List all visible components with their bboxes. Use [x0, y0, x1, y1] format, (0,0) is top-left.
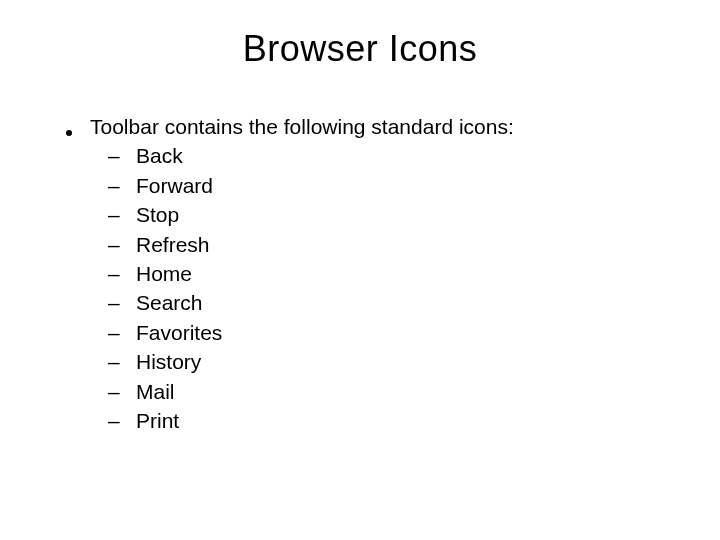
list-item-text: Mail — [136, 377, 175, 406]
list-item-text: History — [136, 347, 201, 376]
bullet-text: Toolbar contains the following standard … — [90, 112, 514, 141]
bullet-item: Toolbar contains the following standard … — [66, 112, 672, 141]
dash-marker: – — [108, 171, 136, 200]
bullet-marker — [66, 112, 90, 141]
list-item-text: Home — [136, 259, 192, 288]
list-item: – Mail — [108, 377, 672, 406]
dash-marker: – — [108, 347, 136, 376]
list-item: – Stop — [108, 200, 672, 229]
dash-marker: – — [108, 141, 136, 170]
list-item: – Home — [108, 259, 672, 288]
slide: Browser Icons Toolbar contains the follo… — [0, 0, 720, 540]
dash-marker: – — [108, 259, 136, 288]
list-item: – Favorites — [108, 318, 672, 347]
list-item-text: Favorites — [136, 318, 222, 347]
list-item-text: Stop — [136, 200, 179, 229]
slide-title: Browser Icons — [48, 28, 672, 70]
dash-marker: – — [108, 288, 136, 317]
dash-marker: – — [108, 318, 136, 347]
dash-marker: – — [108, 406, 136, 435]
list-item-text: Search — [136, 288, 203, 317]
list-item: – Back — [108, 141, 672, 170]
list-item-text: Print — [136, 406, 179, 435]
list-item: – Search — [108, 288, 672, 317]
list-item-text: Forward — [136, 171, 213, 200]
list-item: – Print — [108, 406, 672, 435]
list-item-text: Back — [136, 141, 183, 170]
list-item: – History — [108, 347, 672, 376]
dash-marker: – — [108, 200, 136, 229]
dash-marker: – — [108, 230, 136, 259]
list-item: – Refresh — [108, 230, 672, 259]
slide-content: Toolbar contains the following standard … — [48, 112, 672, 435]
dash-marker: – — [108, 377, 136, 406]
list-item: – Forward — [108, 171, 672, 200]
list-item-text: Refresh — [136, 230, 210, 259]
sub-list: – Back – Forward – Stop – Refresh – Home… — [108, 141, 672, 435]
